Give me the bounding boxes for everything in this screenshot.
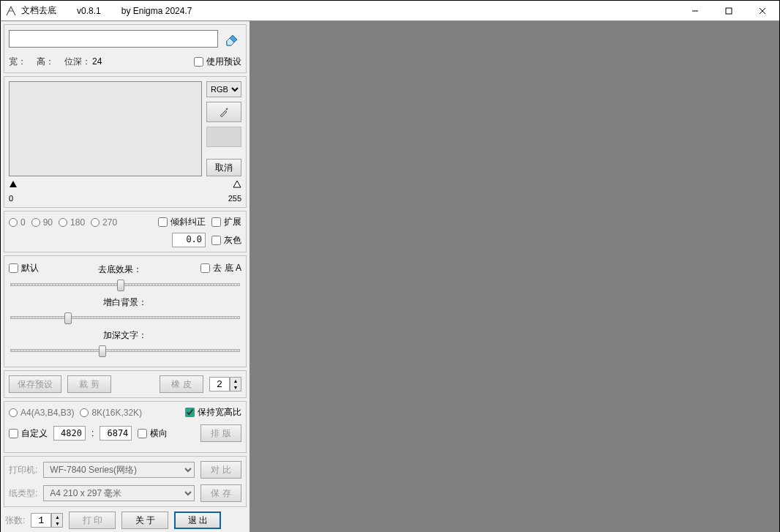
size-separator: : <box>91 428 94 438</box>
custom-height-input[interactable] <box>100 426 132 441</box>
spinner-up-icon[interactable]: ▲ <box>230 378 241 384</box>
svg-marker-8 <box>233 181 241 187</box>
slider-label-1: 去底效果： <box>39 263 200 276</box>
titlebar: 文档去底 v0.8.1 by Enigma 2024.7 <box>1 1 779 21</box>
save-button[interactable]: 保 存 <box>200 484 241 502</box>
eraser-size-input[interactable] <box>209 377 230 391</box>
removebg-slider[interactable] <box>10 283 240 286</box>
width-label: 宽： <box>9 56 26 68</box>
paper-type-select[interactable]: A4 210 x 297 毫米 <box>43 485 195 501</box>
layout-button[interactable]: 排 版 <box>200 424 241 442</box>
clear-file-icon[interactable] <box>222 29 241 48</box>
use-preset-label: 使用预设 <box>206 56 241 68</box>
landscape-checkbox[interactable]: 横向 <box>138 427 168 440</box>
bottom-bar: 张数: ▲ ▼ 打 印 关 于 退 出 <box>4 510 247 529</box>
maximize-button[interactable] <box>712 1 746 21</box>
about-button[interactable]: 关 于 <box>121 512 168 529</box>
rotate-270-radio[interactable]: 270 <box>91 217 117 228</box>
tools-group: 保存预设 裁 剪 橡 皮 ▲ ▼ <box>4 370 247 398</box>
copies-spinner[interactable]: ▲ ▼ <box>31 513 63 528</box>
app-title: 文档去底 <box>21 4 56 17</box>
app-window: 文档去底 v0.8.1 by Enigma 2024.7 <box>0 0 780 532</box>
file-group: 宽： 高： 位深：24 使用预设 <box>4 24 247 73</box>
use-preset-checkbox[interactable]: 使用预设 <box>194 56 241 68</box>
spinner-up-icon[interactable]: ▲ <box>52 514 62 520</box>
removebg-group: 默认 去底效果： 去 底 A 增白背景： 加深文字： <box>4 255 247 367</box>
copies-input[interactable] <box>31 513 51 528</box>
mode-a-checkbox[interactable]: 去 底 A <box>200 262 241 274</box>
app-version: v0.8.1 <box>77 6 101 16</box>
default-checkbox[interactable]: 默认 <box>9 262 39 274</box>
preview-canvas <box>9 81 202 176</box>
app-author: by Enigma 2024.7 <box>121 6 192 16</box>
printer-select[interactable]: WF-7840 Series(网络) <box>43 462 195 478</box>
slider-label-2: 增白背景： <box>9 296 241 309</box>
copies-label: 张数: <box>5 514 25 527</box>
rotate-90-radio[interactable]: 90 <box>31 217 53 228</box>
compare-button[interactable]: 对 比 <box>200 461 241 479</box>
rotate-0-radio[interactable]: 0 <box>9 217 26 228</box>
paper-8k-radio[interactable]: 8K(16K,32K) <box>80 408 142 418</box>
close-button[interactable] <box>746 1 779 21</box>
extend-checkbox[interactable]: 扩展 <box>211 216 241 228</box>
paper-a4-radio[interactable]: A4(A3,B4,B3) <box>9 408 74 418</box>
bitdepth-label: 位深： <box>64 56 91 67</box>
eraser-size-spinner[interactable]: ▲ ▼ <box>209 377 241 391</box>
height-label: 高： <box>37 56 54 68</box>
minimize-button[interactable] <box>678 1 712 21</box>
crop-button[interactable]: 裁 剪 <box>67 375 111 393</box>
bitdepth-value: 24 <box>92 56 102 67</box>
keep-ratio-checkbox[interactable]: 保持宽高比 <box>185 406 241 419</box>
skew-correct-checkbox[interactable]: 倾斜纠正 <box>158 216 206 228</box>
custom-width-input[interactable] <box>53 426 86 441</box>
side-panel: 宽： 高： 位深：24 使用预设 <box>1 21 250 532</box>
eraser-button[interactable]: 橡 皮 <box>160 375 203 393</box>
spinner-down-icon[interactable]: ▼ <box>230 384 241 391</box>
color-swatch[interactable] <box>206 127 241 147</box>
svg-rect-1 <box>726 8 732 14</box>
gray-checkbox[interactable]: 灰色 <box>211 234 241 247</box>
hist-marker-white-icon[interactable] <box>233 179 241 190</box>
file-path-input[interactable] <box>9 30 218 48</box>
printer-group: 打印机: WF-7840 Series(网络) 对 比 纸类型: A4 210 … <box>4 456 247 507</box>
spinner-down-icon[interactable]: ▼ <box>52 520 62 527</box>
exit-button[interactable]: 退 出 <box>174 512 221 529</box>
rotate-180-radio[interactable]: 180 <box>59 217 85 228</box>
skew-value-input[interactable] <box>172 233 206 247</box>
slider-label-3: 加深文字： <box>9 329 241 342</box>
print-button[interactable]: 打 印 <box>69 512 116 529</box>
svg-marker-7 <box>10 181 17 187</box>
whiten-slider[interactable] <box>10 316 240 319</box>
printer-label: 打印机: <box>9 464 37 476</box>
hist-marker-black-icon[interactable] <box>9 179 18 190</box>
paper-type-label: 纸类型: <box>9 487 37 500</box>
darken-text-slider[interactable] <box>10 349 240 352</box>
cancel-button[interactable]: 取消 <box>206 159 241 176</box>
app-icon <box>5 5 17 17</box>
save-preset-button[interactable]: 保存预设 <box>9 375 61 393</box>
eyedropper-tool-icon[interactable] <box>206 102 241 122</box>
rotate-group: 0 90 180 270 倾斜纠正 扩展 灰色 <box>4 211 247 252</box>
svg-line-6 <box>226 108 228 110</box>
color-mode-select[interactable]: RGB <box>206 81 241 97</box>
preview-group: RGB 取消 <box>4 76 247 208</box>
main-canvas <box>250 21 779 532</box>
custom-size-checkbox[interactable]: 自定义 <box>9 427 48 440</box>
paper-group: A4(A3,B4,B3) 8K(16K,32K) 保持宽高比 自定义 : 横向 … <box>4 401 247 453</box>
